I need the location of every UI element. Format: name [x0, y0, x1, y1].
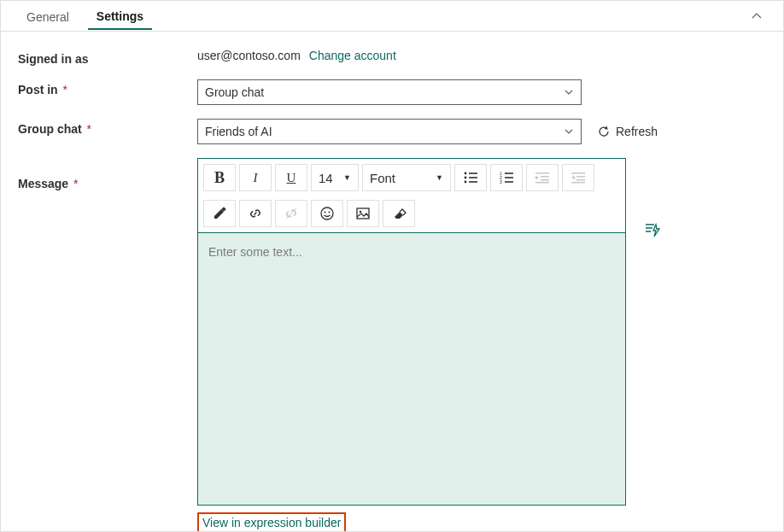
unlink-icon: [284, 206, 299, 221]
link-button[interactable]: [239, 200, 272, 227]
outdent-icon: [535, 171, 550, 184]
svg-rect-14: [541, 179, 549, 181]
post-in-value: Group chat: [205, 85, 264, 99]
eraser-icon: [391, 206, 407, 221]
image-icon: [355, 206, 371, 221]
svg-rect-25: [357, 208, 369, 219]
svg-point-0: [465, 172, 467, 175]
underline-button[interactable]: U: [275, 164, 307, 191]
svg-point-24: [329, 212, 331, 213]
editor-toolbar: B I U 14▼ Font▼: [198, 159, 625, 233]
svg-rect-12: [535, 172, 549, 174]
emoji-button[interactable]: [311, 200, 343, 227]
number-list-icon: 1 2 3: [499, 171, 514, 184]
group-chat-value: Friends of AI: [205, 125, 272, 138]
post-in-label: Post in: [18, 83, 58, 96]
number-list-button[interactable]: 1 2 3: [490, 164, 523, 191]
group-chat-select[interactable]: Friends of AI: [197, 119, 582, 144]
svg-point-26: [360, 211, 362, 213]
svg-rect-18: [576, 179, 585, 181]
refresh-icon: [597, 125, 611, 138]
svg-rect-13: [541, 176, 549, 178]
caret-down-icon: ▼: [343, 173, 351, 182]
svg-point-22: [321, 208, 333, 219]
view-expression-builder-link[interactable]: View in expression builder: [197, 512, 346, 532]
lightning-icon: [644, 221, 661, 238]
dynamic-content-button[interactable]: [644, 221, 661, 238]
svg-rect-3: [469, 177, 477, 178]
required-mark: *: [73, 177, 78, 190]
emoji-icon: [319, 206, 335, 221]
indent-icon: [570, 171, 586, 184]
change-account-link[interactable]: Change account: [309, 49, 396, 62]
caret-down-icon: ▼: [436, 173, 443, 182]
svg-rect-9: [505, 177, 513, 178]
signed-in-label: Signed in as: [18, 49, 197, 66]
required-mark: *: [63, 83, 67, 96]
tab-settings[interactable]: Settings: [88, 3, 152, 30]
group-chat-label: Group chat: [18, 122, 82, 136]
chevron-down-icon: [564, 87, 574, 97]
svg-rect-15: [535, 182, 549, 184]
eyedropper-icon: [212, 206, 227, 221]
eraser-button[interactable]: [383, 200, 415, 227]
font-size-select[interactable]: 14▼: [311, 164, 359, 191]
svg-rect-1: [469, 172, 477, 174]
signed-in-value: user@contoso.com: [197, 49, 301, 62]
bullet-list-button[interactable]: [454, 164, 487, 191]
chevron-down-icon: [564, 126, 574, 137]
svg-rect-5: [469, 181, 477, 183]
svg-rect-7: [505, 172, 513, 174]
svg-line-21: [286, 208, 296, 219]
svg-point-23: [325, 212, 326, 213]
refresh-button[interactable]: Refresh: [597, 125, 658, 138]
tab-general[interactable]: General: [18, 3, 78, 29]
italic-button[interactable]: I: [239, 164, 272, 191]
collapse-button[interactable]: [747, 7, 766, 26]
svg-point-2: [465, 177, 467, 179]
unlink-button[interactable]: [275, 200, 307, 227]
svg-point-4: [465, 181, 467, 184]
message-textarea[interactable]: Enter some text...: [198, 233, 625, 505]
required-mark: *: [87, 122, 91, 136]
message-label: Message: [18, 177, 68, 190]
svg-text:3: 3: [500, 179, 502, 184]
image-button[interactable]: [347, 200, 379, 227]
link-icon: [248, 206, 263, 221]
color-picker-button[interactable]: [203, 200, 236, 227]
bullet-list-icon: [463, 171, 478, 184]
svg-rect-16: [571, 172, 585, 174]
font-family-select[interactable]: Font▼: [362, 164, 451, 191]
bold-button[interactable]: B: [203, 164, 236, 191]
refresh-label: Refresh: [616, 125, 658, 138]
outdent-button[interactable]: [526, 164, 559, 191]
post-in-select[interactable]: Group chat: [197, 79, 582, 105]
message-editor: B I U 14▼ Font▼: [197, 158, 626, 506]
svg-rect-19: [571, 182, 585, 184]
svg-rect-17: [576, 176, 585, 178]
chevron-up-icon: [751, 10, 763, 22]
svg-rect-11: [505, 181, 513, 183]
indent-button[interactable]: [562, 164, 594, 191]
